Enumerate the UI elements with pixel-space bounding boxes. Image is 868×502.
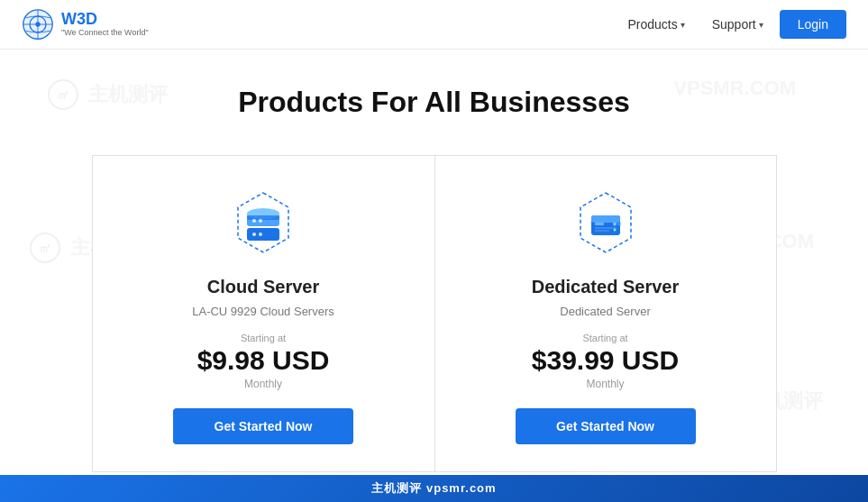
svg-point-25 [617, 223, 621, 226]
products-grid: Cloud Server LA-CU 9929 Cloud Servers St… [18, 155, 850, 472]
nav-support-link[interactable]: Support ▾ [701, 12, 774, 37]
svg-rect-12 [247, 228, 279, 241]
page-title: Products For All Businesses [18, 86, 850, 119]
nav-products-link[interactable]: Products ▾ [617, 12, 695, 37]
cloud-server-title: Cloud Server [207, 277, 319, 297]
dedicated-server-title: Dedicated Server [532, 277, 679, 297]
dedicated-server-card: Dedicated Server Dedicated Server Starti… [434, 155, 777, 472]
svg-rect-23 [595, 223, 604, 225]
cloud-cta-button[interactable]: Get Started Now [173, 408, 353, 444]
chevron-down-icon: ▾ [759, 20, 763, 30]
nav-links: Products ▾ Support ▾ Login [617, 10, 846, 39]
cloud-starting-at: Starting at [241, 333, 286, 343]
main-section: ㎡ 主机测评 VPSMR.COM ㎡ 主机测评 VPSMR.COM VPSMR.… [0, 50, 868, 502]
logo-text: W3D [61, 11, 149, 29]
cloud-server-subtitle: LA-CU 9929 Cloud Servers [192, 305, 334, 318]
svg-point-19 [259, 233, 262, 236]
logo[interactable]: W3D "We Connect the World" [22, 8, 149, 41]
bottom-watermark-bar: 主机测评 vpsmr.com [0, 475, 868, 502]
svg-point-24 [613, 223, 617, 226]
svg-point-16 [252, 219, 256, 223]
login-button[interactable]: Login [780, 10, 846, 39]
svg-point-18 [252, 233, 256, 236]
svg-rect-15 [247, 215, 279, 220]
cloud-period: Monthly [244, 378, 282, 390]
cloud-price: $9.98 USD [197, 345, 330, 376]
chevron-down-icon: ▾ [681, 20, 685, 30]
navbar: W3D "We Connect the World" Products ▾ Su… [0, 0, 868, 50]
dedicated-cta-button[interactable]: Get Started Now [516, 408, 696, 444]
svg-point-4 [35, 22, 40, 26]
dedicated-starting-at: Starting at [582, 333, 627, 343]
svg-rect-22 [591, 215, 620, 223]
logo-icon [22, 8, 54, 41]
dedicated-period: Monthly [586, 378, 624, 390]
dedicated-server-icon [570, 188, 642, 260]
cloud-server-icon [227, 188, 299, 260]
svg-point-17 [259, 219, 262, 223]
dedicated-price: $39.99 USD [532, 345, 679, 376]
logo-tagline: "We Connect the World" [61, 29, 149, 38]
svg-point-28 [613, 229, 616, 232]
dedicated-server-subtitle: Dedicated Server [560, 305, 650, 318]
cloud-server-card: Cloud Server LA-CU 9929 Cloud Servers St… [92, 155, 434, 472]
